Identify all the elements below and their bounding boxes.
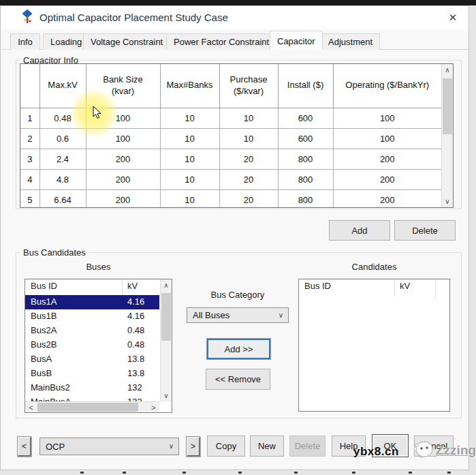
new-button[interactable]: New <box>250 435 284 457</box>
study-case-value: OCP <box>46 442 65 452</box>
study-case-select[interactable]: OCP ∨ <box>39 438 179 455</box>
col-install: Install ($) <box>278 64 333 108</box>
col-max-banks: Max#Banks <box>160 64 219 108</box>
next-study-case-button[interactable]: > <box>186 436 200 457</box>
delete-capacitor-button[interactable]: Delete <box>394 220 456 241</box>
scroll-up-icon[interactable]: ∧ <box>161 279 172 291</box>
buses-header-bus-id: Bus ID <box>31 281 57 291</box>
list-item-bus[interactable]: Bus1A4.16 <box>25 295 159 309</box>
chevron-down-icon: ∨ <box>169 442 174 450</box>
tab-power-factor-constraint[interactable]: Power Factor Constraint <box>166 33 276 50</box>
watermark-ghost-icon <box>411 440 437 461</box>
background-top-strip <box>0 0 476 5</box>
capacitor-table-grid: Max.kV Bank Size(kvar) Max#Banks Purchas… <box>20 64 441 208</box>
window-title: Optimal Capacitor Placement Study Case <box>39 12 228 23</box>
delete-button: Delete <box>289 435 326 457</box>
title-bar: Optimal Capacitor Placement Study Case ✕ <box>1 6 469 29</box>
tab-adjustment[interactable]: Adjustment <box>321 33 380 50</box>
bus-candidates-group-label: Bus Candidates <box>20 247 89 258</box>
remove-candidate-button[interactable]: << Remove <box>206 369 270 390</box>
buses-list-hscrollbar[interactable]: < > <box>25 401 159 412</box>
list-item-bus[interactable]: BusB13.8 <box>25 367 159 381</box>
scroll-down-icon[interactable]: ∨ <box>442 196 453 207</box>
scroll-down-icon[interactable]: ∨ <box>161 390 172 401</box>
candidates-header-bus-id: Bus ID <box>304 281 331 291</box>
col-operating: Operating ($/BankYr) <box>333 64 441 108</box>
candidates-list[interactable]: Bus ID kV <box>298 279 450 412</box>
prev-study-case-button[interactable]: < <box>17 436 31 457</box>
tab-info[interactable]: Info <box>10 33 40 50</box>
scroll-left-icon[interactable]: < <box>25 402 37 412</box>
col-purchase: Purchase($/kvar) <box>219 64 278 108</box>
close-icon[interactable]: ✕ <box>445 10 460 25</box>
capacitor-table-scrollbar[interactable]: ∧ ∨ <box>441 64 453 207</box>
list-item-bus[interactable]: MainBusA132 <box>25 395 159 401</box>
copy-button[interactable]: Copy <box>207 435 245 457</box>
scrollbar-thumb[interactable] <box>161 293 171 341</box>
chevron-down-icon: ∨ <box>279 311 283 319</box>
list-item-bus[interactable]: BusA13.8 <box>25 352 159 367</box>
add-capacitor-button[interactable]: Add <box>329 220 390 241</box>
buses-header-kv: kV <box>127 281 138 291</box>
scrollbar-thumb[interactable] <box>443 78 452 134</box>
candidates-header-kv: kV <box>400 281 410 291</box>
candidates-label: Candidates <box>298 262 450 272</box>
table-row[interactable]: 56.642001020800200 <box>20 189 441 208</box>
list-item-bus[interactable]: Bus1B4.16 <box>25 309 159 324</box>
screen: Optimal Capacitor Placement Study Case ✕… <box>0 0 476 475</box>
scroll-right-icon[interactable]: > <box>148 402 159 412</box>
watermark-site-text: ybx8.cn <box>353 445 399 459</box>
buses-list-vscrollbar[interactable]: ∧ ∨ <box>160 279 172 401</box>
scrollbar-thumb[interactable] <box>37 403 138 412</box>
study-case-icon <box>22 10 33 26</box>
watermark-name-text: Zzzing <box>436 443 476 458</box>
add-candidate-button[interactable]: Add >> <box>206 338 271 360</box>
background-bottom-strip <box>0 470 476 475</box>
list-item-bus[interactable]: MainBus2132 <box>25 381 159 395</box>
table-row[interactable]: 44.82001020800200 <box>20 169 441 189</box>
scroll-up-icon[interactable]: ∧ <box>442 64 453 76</box>
buses-list-header: Bus ID kV <box>25 279 159 295</box>
candidates-list-header: Bus ID kV <box>299 279 449 295</box>
list-item-bus[interactable]: Bus2A0.48 <box>25 324 159 338</box>
dialog-optimal-capacitor-placement: Optimal Capacitor Placement Study Case ✕… <box>0 5 469 470</box>
bus-category-value: All Buses <box>193 310 229 320</box>
buses-label: Buses <box>25 262 172 272</box>
bus-category-select[interactable]: All Buses ∨ <box>187 307 289 323</box>
bus-category-label: Bus Category <box>187 290 289 300</box>
tab-voltage-constraint[interactable]: Voltage Constraint <box>83 33 170 50</box>
tab-capacitor[interactable]: Capacitor <box>270 31 323 50</box>
col-rownum <box>20 64 39 108</box>
table-row[interactable]: 32.42001020800200 <box>20 149 441 169</box>
mouse-cursor-icon <box>93 106 102 120</box>
buses-list: Bus ID kV Bus1A4.16 Bus1B4.16 Bus2A0.48 … <box>25 279 172 413</box>
list-item-bus[interactable]: Bus2B0.48 <box>25 338 159 352</box>
